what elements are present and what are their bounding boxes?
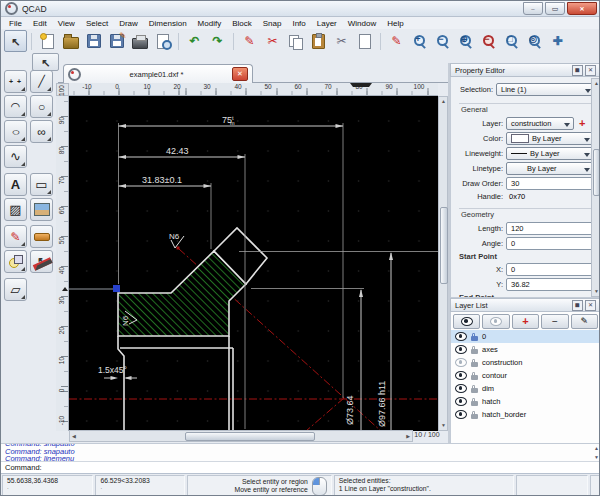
document-tab[interactable]: example01.dxf * ✕ [63,64,253,83]
angle-input[interactable]: 0 [506,237,594,250]
pen-tool-button[interactable] [385,30,408,52]
selection-dropdown[interactable]: Line (1) [496,83,595,96]
menu-window[interactable]: Window [348,19,376,28]
layer-lock-icon[interactable] [471,362,478,367]
shape-tool[interactable] [30,173,53,196]
start-y-input[interactable]: 36.82 [506,278,594,291]
snap-tool[interactable] [30,250,53,273]
menu-select[interactable]: Select [86,19,108,28]
menu-draw[interactable]: Draw [119,19,138,28]
drawing-canvas[interactable]: 75tm 42.43 31.83±0.1 1.5x45° Ø73.64 Ø97.… [69,96,438,431]
command-history[interactable]: Command: snapauto Command: snapauto Comm… [1,443,600,462]
length-input[interactable]: 120 [506,222,594,235]
undo-button[interactable] [183,30,206,52]
new-document-button[interactable] [36,30,59,52]
paste-with-reference-button[interactable] [353,30,376,52]
layer-visibility-icon[interactable] [455,397,467,406]
zoom-out-button[interactable]: − [431,30,454,52]
redo-button[interactable] [206,30,229,52]
start-x-input[interactable]: 0 [506,263,594,276]
vertical-scroll-thumb[interactable] [440,207,448,284]
menu-view[interactable]: View [58,19,75,28]
layer-visibility-icon[interactable] [455,332,467,341]
cut-with-reference-button[interactable] [330,30,353,52]
layer-row[interactable]: axes [451,343,600,356]
layer-visibility-icon[interactable] [455,345,467,354]
draw-order-input[interactable]: 30 [506,177,594,190]
hide-all-layers-button[interactable] [482,314,509,329]
layer-row[interactable]: hatch [451,395,600,408]
points-tool[interactable] [4,70,27,93]
menu-dimension[interactable]: Dimension [149,19,187,28]
menu-layer[interactable]: Layer [317,19,337,28]
layer-visibility-icon[interactable] [455,384,467,393]
menu-info[interactable]: Info [292,19,305,28]
layer-visibility-icon[interactable] [455,371,467,380]
menu-help[interactable]: Help [387,19,403,28]
layer-lock-icon[interactable] [471,349,478,354]
close-panel-icon-2[interactable]: ✕ [585,300,596,311]
dimension-tool[interactable] [4,225,27,248]
zoom-in-button[interactable]: + [408,30,431,52]
add-layer-button[interactable]: + [512,314,539,329]
close-panel-icon[interactable]: ✕ [585,65,596,76]
layer-lock-icon[interactable] [471,336,478,341]
solid-tool[interactable] [4,278,27,301]
auto-zoom-button[interactable]: ⊕ [454,30,477,52]
property-editor-scrollbar[interactable]: ▲ ▼ [591,78,600,297]
close-button[interactable] [567,2,597,15]
float-panel-icon[interactable]: ◼ [572,65,583,76]
layer-lock-icon[interactable] [471,401,478,406]
lengthen-tool[interactable] [30,225,53,248]
arc-tool[interactable] [4,95,27,118]
ellipse-tool[interactable] [4,120,27,143]
modify-tool[interactable] [4,250,27,273]
edit-layer-button[interactable]: ✎ [571,314,598,329]
remove-layer-button[interactable]: − [541,314,568,329]
layer-row[interactable]: dim [451,382,600,395]
open-document-button[interactable] [59,30,82,52]
history-scroll-up-icon[interactable]: ▲ [594,446,599,451]
previous-view-button[interactable]: − [477,30,500,52]
command-input-line[interactable]: Command: [1,461,600,473]
layer-visibility-icon[interactable] [455,410,467,419]
tab-close-icon[interactable]: ✕ [232,67,248,81]
line-tool[interactable] [30,70,53,93]
cut-button[interactable] [238,30,261,52]
canvas-horizontal-scrollbar[interactable]: ◀ ▶ [69,430,413,442]
pan-button[interactable]: ◎ [523,30,546,52]
hatch-tool[interactable] [4,198,27,221]
property-editor-scroll-thumb[interactable] [593,149,600,196]
layer-row[interactable]: hatch_border [451,408,600,421]
polyline-tool[interactable] [4,145,27,168]
selection-handle[interactable] [113,285,120,292]
menu-edit[interactable]: Edit [33,19,47,28]
float-panel-icon-2[interactable]: ◼ [572,300,583,311]
lineweight-dropdown[interactable]: By Layer [506,147,594,160]
canvas-vertical-scrollbar[interactable]: ▲ ▼ [438,96,448,431]
layer-lock-icon[interactable] [471,375,478,380]
history-scroll-down-icon[interactable]: ▼ [594,455,599,460]
layer-visibility-icon[interactable] [455,358,467,367]
layer-dropdown[interactable]: construction [506,117,574,130]
minimize-button[interactable] [523,2,543,15]
save-as-button[interactable]: ✎ [105,30,128,52]
layer-row[interactable]: 0 [451,330,600,343]
selection-tool-button[interactable] [4,30,27,52]
layer-row[interactable]: contour [451,369,600,382]
paste-button[interactable] [307,30,330,52]
cut-reference-button[interactable] [261,30,284,52]
linetype-dropdown[interactable]: By Layer [506,162,594,175]
zoom-window-button[interactable]: □ [500,30,523,52]
selection-pointer-button[interactable] [32,53,59,71]
add-layer-icon[interactable]: + [579,118,585,129]
menu-block[interactable]: Block [232,19,252,28]
maximize-button[interactable] [545,2,565,15]
layer-lock-icon[interactable] [471,414,478,419]
menu-modify[interactable]: Modify [198,19,222,28]
text-tool[interactable] [4,173,27,196]
print-preview-button[interactable] [151,30,174,52]
print-button[interactable] [128,30,151,52]
circle-tool[interactable] [30,95,53,118]
redraw-button[interactable] [546,30,569,52]
